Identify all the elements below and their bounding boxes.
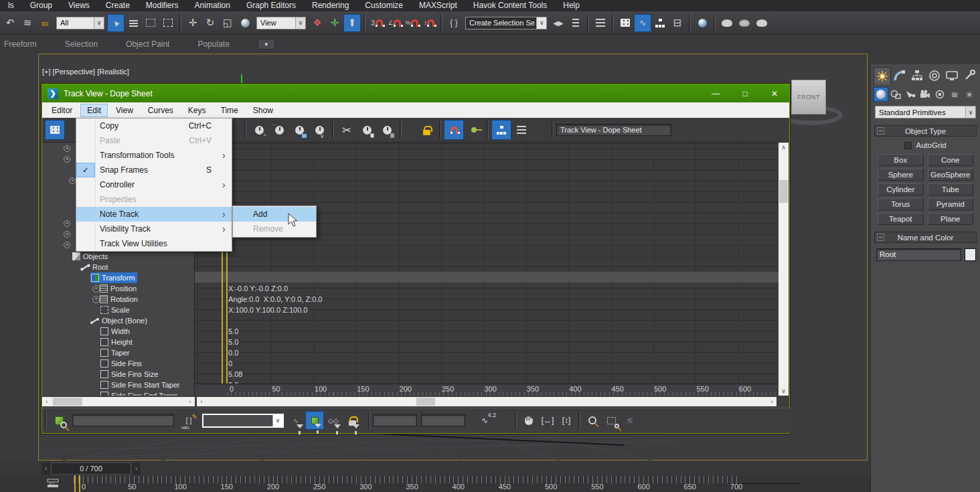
select-and-move-button[interactable]: ✛ — [184, 14, 201, 32]
primitive-button[interactable]: Box — [878, 154, 924, 166]
primitive-button[interactable]: Plane — [928, 213, 974, 225]
spinner-snap-toggle[interactable]: ↕ — [420, 14, 438, 32]
edit-menu-item[interactable]: Visibility Track — [76, 222, 232, 236]
edit-ranges-mode-icon[interactable] — [511, 120, 532, 140]
tree-item[interactable]: Side Fins End Taper — [100, 390, 179, 396]
percent-snap-toggle[interactable]: % — [403, 14, 420, 32]
scroll-up-icon[interactable]: ∧ — [779, 143, 789, 152]
tab-motion[interactable] — [926, 67, 943, 84]
edit-menu-item[interactable]: Properties — [76, 192, 232, 207]
isolate-curve-button[interactable]: ∿̸ — [621, 411, 639, 430]
cut-time-icon[interactable]: ✂ — [337, 120, 357, 140]
key-value-field[interactable] — [421, 414, 465, 426]
main-menu-item[interactable]: Group — [22, 0, 60, 11]
layer-explorer-button[interactable]: ⊟ — [669, 14, 686, 32]
snap-frames-icon[interactable] — [444, 120, 464, 140]
primitive-button[interactable]: GeoSphere — [928, 169, 974, 181]
primitive-button[interactable]: Tube — [928, 183, 974, 195]
scrollbar-thumb[interactable] — [416, 398, 435, 406]
tab-utilities[interactable] — [961, 67, 978, 84]
main-menu-item[interactable]: Views — [60, 0, 98, 11]
tree-item[interactable]: Scale — [100, 305, 132, 315]
ribbon-tab[interactable]: Populate — [197, 39, 229, 49]
align-button[interactable] — [567, 14, 584, 32]
ribbon-tab[interactable]: Object Paint — [126, 39, 169, 49]
main-menu-item[interactable]: Customize — [357, 0, 411, 11]
primitive-button[interactable]: Torus — [878, 198, 924, 210]
tree-item[interactable]: Objects — [72, 251, 110, 262]
reverse-time-icon[interactable]: ← — [269, 120, 289, 140]
main-menu-item[interactable]: MAXScript — [411, 0, 465, 11]
trackview-menu-item[interactable]: Editor — [45, 104, 79, 117]
main-menu-item[interactable]: Create — [98, 0, 138, 11]
undo-icon[interactable]: ↶ — [1, 14, 19, 32]
reference-coordinate-dropdown[interactable]: View ∨ — [256, 17, 306, 29]
rollout-name-and-color[interactable]: Name and Color − — [874, 232, 977, 243]
selection-filter-dropdown[interactable]: All ∨ — [56, 17, 104, 29]
select-and-scale-button[interactable]: ◱ — [219, 14, 236, 32]
main-menu-item[interactable]: Animation — [187, 0, 238, 11]
scroll-down-icon[interactable]: ∨ — [779, 386, 789, 396]
main-menu-item[interactable]: Modifiers — [138, 0, 187, 11]
previous-frame-button[interactable]: ‹ — [42, 463, 50, 475]
object-color-swatch[interactable] — [965, 248, 976, 261]
chevron-down-icon[interactable]: ∨ — [94, 17, 104, 29]
rollout-object-type[interactable]: Object Type − — [874, 125, 977, 137]
tree-item[interactable]: Width — [100, 326, 132, 337]
tree-item[interactable]: Root — [81, 262, 110, 272]
edit-menu-item[interactable]: Paste Ctrl+V — [76, 133, 232, 148]
delete-time-icon[interactable]: × — [249, 120, 269, 140]
copy-time-icon[interactable] — [357, 120, 377, 140]
category-geometry-button[interactable] — [874, 87, 888, 102]
main-menu-item[interactable]: Rendering — [304, 0, 357, 11]
next-frame-button[interactable]: › — [132, 463, 141, 475]
object-name-field[interactable]: Root — [876, 248, 961, 261]
category-helpers-button[interactable] — [932, 87, 947, 102]
select-by-name-button[interactable] — [125, 14, 142, 32]
render-production-button[interactable] — [753, 14, 770, 32]
scale-time-icon[interactable] — [289, 120, 309, 140]
primitive-button[interactable]: Pyramid — [928, 198, 974, 210]
primitive-button[interactable]: Cylinder — [878, 183, 924, 195]
zoom-value-extents-button[interactable]: [↕] — [557, 411, 576, 430]
tab-create[interactable] — [874, 67, 891, 84]
tree-item[interactable]: Side Fins Size — [100, 369, 160, 380]
rectangular-selection-region-button[interactable] — [142, 14, 159, 32]
ribbon-tab[interactable]: Selection — [65, 39, 98, 49]
chevron-down-icon[interactable]: ∨ — [536, 17, 546, 29]
vertical-scrollbar[interactable]: ∧ ∨ — [779, 143, 789, 396]
chevron-down-icon[interactable]: ∨ — [295, 17, 305, 29]
dope-sheet-ruler[interactable]: 050100150200250300350400450500550600 — [195, 384, 779, 396]
paste-time-icon[interactable] — [377, 120, 397, 140]
maximize-button[interactable]: □ — [730, 84, 760, 102]
main-menu-item[interactable]: ls — [0, 0, 22, 11]
scene-explorer-toggle[interactable] — [617, 14, 634, 32]
zoom-selected-object-button[interactable] — [50, 411, 68, 430]
angle-snap-toggle[interactable]: ∠ — [386, 14, 403, 32]
track-set-dropdown[interactable]: ∨ — [202, 414, 284, 428]
minimize-button[interactable]: — — [701, 84, 730, 102]
main-menu-item[interactable]: Help — [555, 0, 588, 11]
layer-manager-button[interactable] — [592, 14, 609, 32]
filter-selected-objects-button[interactable] — [305, 411, 324, 430]
tracks-horizontal-scrollbar[interactable]: ‹ › — [197, 397, 777, 406]
named-selection-sets-dropdown[interactable]: Create Selection Se ∨ — [465, 17, 547, 29]
current-frame-display[interactable]: 0 / 700 — [51, 463, 131, 475]
filter-keyable-tracks-button[interactable]: ◇◇ — [324, 411, 343, 430]
window-crossing-toggle[interactable] — [159, 14, 177, 32]
trackview-titlebar[interactable]: ❯ Track View - Dope Sheet — □ ✕ — [42, 84, 789, 102]
scroll-left-icon[interactable]: ‹ — [197, 397, 206, 406]
select-and-manipulate-button[interactable]: ✛ — [326, 14, 343, 32]
tree-item[interactable]: Rotation — [100, 294, 140, 305]
selection-name-field[interactable] — [72, 414, 174, 426]
dope-sheet-track-area[interactable]: X:-0.0 Y:-0.0 Z:0.0Angle:0.0 X:0.0, Y:0.… — [195, 143, 779, 384]
edit-menu-item[interactable]: Transformation Tools — [76, 148, 232, 163]
zoom-region-button[interactable] — [602, 411, 621, 430]
scroll-right-icon[interactable]: › — [767, 397, 777, 406]
edit-menu-item[interactable]: Snap Frames S — [76, 163, 232, 177]
edit-menu-item[interactable]: Copy Ctrl+C — [76, 118, 232, 133]
track-bar-toggle-icon[interactable] — [44, 477, 62, 490]
submenu-item[interactable]: Remove — [233, 222, 316, 236]
scroll-left-icon[interactable]: ‹ — [42, 397, 52, 406]
edit-track-set-button[interactable]: [ ]✎ABC — [179, 411, 198, 430]
